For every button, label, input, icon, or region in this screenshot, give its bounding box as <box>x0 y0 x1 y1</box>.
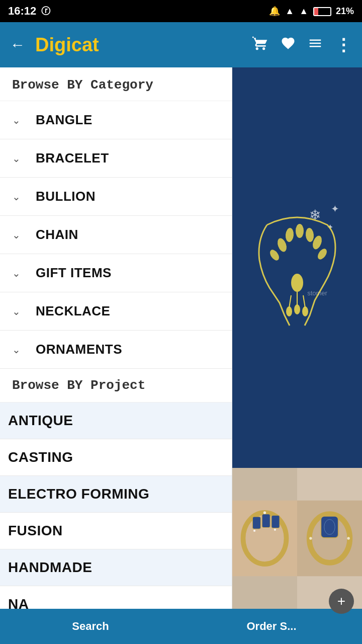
svg-point-11 <box>291 274 303 292</box>
category-item-bracelet[interactable]: ⌄ BRACELET <box>0 139 232 178</box>
add-button[interactable]: + <box>329 589 354 614</box>
battery-display: 21% <box>313 6 354 17</box>
svg-point-21 <box>253 530 255 532</box>
ring-image <box>297 468 362 609</box>
project-item-na[interactable]: NA <box>0 586 232 609</box>
bottom-bar: Search Order S... + <box>0 609 362 644</box>
app-header: ← Digicat ⋮ <box>0 22 362 67</box>
svg-rect-20 <box>272 515 280 528</box>
right-panel: ❄ ✦ ✦ <box>232 67 362 609</box>
order-button[interactable]: Order S... <box>236 615 306 638</box>
search-button[interactable]: Search <box>62 615 119 638</box>
more-button[interactable]: ⋮ <box>335 35 352 55</box>
chevron-icon: ⌄ <box>12 305 21 317</box>
category-item-necklace[interactable]: ⌄ NECKLACE <box>0 292 232 331</box>
left-panel: Browse BY Category ⌄ BANGLE ⌄ BRACELET ⌄… <box>0 67 232 609</box>
category-item-gift-items[interactable]: ⌄ GIFT ITEMS <box>0 254 232 292</box>
svg-rect-19 <box>262 514 270 528</box>
app-icon: ⓡ <box>41 5 50 17</box>
jewelry-showcase-top: ❄ ✦ ✦ <box>232 67 362 468</box>
browse-category-header: Browse BY Category <box>0 67 232 101</box>
category-item-ornaments[interactable]: ⌄ ORNAMENTS <box>0 331 232 369</box>
svg-point-27 <box>309 537 312 539</box>
thumbnail-right[interactable] <box>297 468 362 609</box>
chevron-icon: ⌄ <box>12 114 21 126</box>
svg-text:✦: ✦ <box>331 203 339 214</box>
svg-point-22 <box>263 511 266 514</box>
chevron-icon: ⌄ <box>12 152 21 165</box>
browse-project-header: Browse BY Project <box>0 369 232 403</box>
svg-rect-18 <box>252 517 260 529</box>
chevron-icon: ⌄ <box>12 229 21 241</box>
svg-point-12 <box>286 306 292 316</box>
main-content: Browse BY Category ⌄ BANGLE ⌄ BRACELET ⌄… <box>0 67 362 609</box>
notification-icon: 🔔 <box>269 6 280 17</box>
project-item-electro-forming[interactable]: ELECTRO FORMING <box>0 476 232 513</box>
time-display: 16:12 <box>8 5 36 18</box>
status-bar: 16:12 ⓡ 🔔 ▲ ▲ 21% <box>0 0 362 22</box>
project-item-casting[interactable]: CASTING <box>0 439 232 476</box>
jewelry-thumbnails <box>232 468 362 609</box>
heart-button[interactable] <box>281 36 296 54</box>
necklace-image: ❄ ✦ ✦ <box>237 195 357 341</box>
back-button[interactable]: ← <box>10 36 25 53</box>
svg-point-23 <box>274 529 276 531</box>
svg-point-13 <box>294 304 300 314</box>
wifi-icon: ▲ <box>285 6 294 17</box>
chevron-icon: ⌄ <box>12 191 21 203</box>
project-item-handmade[interactable]: HANDMADE <box>0 549 232 586</box>
category-item-bullion[interactable]: ⌄ BULLION <box>0 178 232 216</box>
svg-text:stomer: stomer <box>307 289 327 297</box>
svg-point-28 <box>347 537 349 539</box>
svg-point-14 <box>302 306 308 316</box>
chevron-icon: ⌄ <box>12 344 21 356</box>
bracelet-image <box>232 468 297 609</box>
app-title: Digicat <box>35 34 242 56</box>
project-item-fusion[interactable]: FUSION <box>0 513 232 549</box>
svg-point-6 <box>296 224 304 238</box>
category-item-chain[interactable]: ⌄ CHAIN <box>0 216 232 254</box>
menu-button[interactable] <box>308 36 323 54</box>
project-item-antique[interactable]: ANTIQUE <box>0 403 232 439</box>
cart-button[interactable] <box>252 35 268 55</box>
chevron-icon: ⌄ <box>12 267 21 279</box>
signal-icon: ▲ <box>299 6 308 17</box>
thumbnail-left[interactable] <box>232 468 297 609</box>
category-item-bangle[interactable]: ⌄ BANGLE <box>0 101 232 139</box>
